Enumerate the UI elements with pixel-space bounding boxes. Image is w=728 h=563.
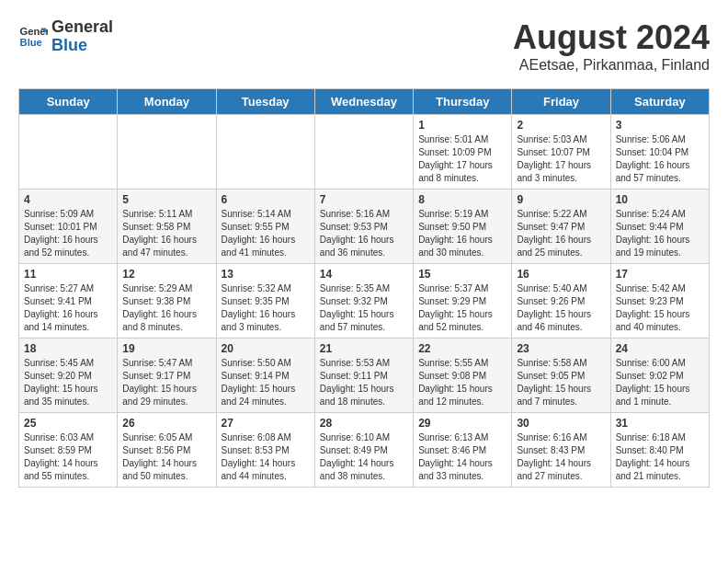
calendar-cell: 28Sunrise: 6:10 AMSunset: 8:49 PMDayligh… <box>314 413 413 488</box>
calendar-cell: 2Sunrise: 5:03 AMSunset: 10:07 PMDayligh… <box>512 115 610 190</box>
calendar-cell: 14Sunrise: 5:35 AMSunset: 9:32 PMDayligh… <box>314 264 413 339</box>
calendar-cell: 1Sunrise: 5:01 AMSunset: 10:09 PMDayligh… <box>414 115 512 190</box>
calendar-cell: 19Sunrise: 5:47 AMSunset: 9:17 PMDayligh… <box>118 339 216 413</box>
day-number: 16 <box>517 268 605 281</box>
day-number: 10 <box>616 193 704 206</box>
day-info: Sunrise: 5:53 AMSunset: 9:11 PMDaylight:… <box>320 357 408 408</box>
calendar-cell: 26Sunrise: 6:05 AMSunset: 8:56 PMDayligh… <box>118 413 216 488</box>
calendar-cell: 6Sunrise: 5:14 AMSunset: 9:55 PMDaylight… <box>216 190 314 264</box>
day-info: Sunrise: 5:24 AMSunset: 9:44 PMDaylight:… <box>616 208 704 259</box>
day-info: Sunrise: 5:19 AMSunset: 9:50 PMDaylight:… <box>418 208 506 259</box>
day-number: 23 <box>517 342 605 355</box>
calendar-cell: 10Sunrise: 5:24 AMSunset: 9:44 PMDayligh… <box>610 190 709 264</box>
calendar-cell: 8Sunrise: 5:19 AMSunset: 9:50 PMDaylight… <box>414 190 512 264</box>
calendar-body: 1Sunrise: 5:01 AMSunset: 10:09 PMDayligh… <box>19 115 710 488</box>
calendar-week-row: 18Sunrise: 5:45 AMSunset: 9:20 PMDayligh… <box>19 339 710 413</box>
calendar-cell: 12Sunrise: 5:29 AMSunset: 9:38 PMDayligh… <box>118 264 216 339</box>
calendar-cell <box>118 115 216 190</box>
weekday-header: Saturday <box>610 89 709 115</box>
day-info: Sunrise: 6:16 AMSunset: 8:43 PMDaylight:… <box>517 431 605 483</box>
calendar-cell: 5Sunrise: 5:11 AMSunset: 9:58 PMDaylight… <box>118 190 216 264</box>
calendar-week-row: 4Sunrise: 5:09 AMSunset: 10:01 PMDayligh… <box>19 190 710 264</box>
day-number: 27 <box>222 417 310 430</box>
day-info: Sunrise: 6:10 AMSunset: 8:49 PMDaylight:… <box>320 431 408 483</box>
day-info: Sunrise: 5:09 AMSunset: 10:01 PMDaylight… <box>24 208 112 259</box>
calendar-cell: 18Sunrise: 5:45 AMSunset: 9:20 PMDayligh… <box>19 339 118 413</box>
day-info: Sunrise: 6:05 AMSunset: 8:56 PMDaylight:… <box>122 431 210 483</box>
calendar-cell: 22Sunrise: 5:55 AMSunset: 9:08 PMDayligh… <box>414 339 512 413</box>
calendar-cell: 24Sunrise: 6:00 AMSunset: 9:02 PMDayligh… <box>610 339 709 413</box>
day-info: Sunrise: 6:00 AMSunset: 9:02 PMDaylight:… <box>616 357 704 408</box>
day-number: 14 <box>320 268 408 281</box>
day-number: 6 <box>222 193 310 206</box>
day-number: 4 <box>24 193 112 206</box>
day-number: 18 <box>24 342 112 355</box>
calendar-week-row: 25Sunrise: 6:03 AMSunset: 8:59 PMDayligh… <box>19 413 710 488</box>
day-number: 25 <box>24 417 112 430</box>
day-info: Sunrise: 6:13 AMSunset: 8:46 PMDaylight:… <box>418 431 506 483</box>
calendar-week-row: 11Sunrise: 5:27 AMSunset: 9:41 PMDayligh… <box>19 264 710 339</box>
calendar-cell: 20Sunrise: 5:50 AMSunset: 9:14 PMDayligh… <box>216 339 314 413</box>
logo-icon: General Blue <box>18 22 48 52</box>
day-info: Sunrise: 5:32 AMSunset: 9:35 PMDaylight:… <box>222 282 310 334</box>
day-number: 29 <box>418 417 506 430</box>
calendar-cell: 13Sunrise: 5:32 AMSunset: 9:35 PMDayligh… <box>216 264 314 339</box>
calendar-cell: 16Sunrise: 5:40 AMSunset: 9:26 PMDayligh… <box>512 264 610 339</box>
day-info: Sunrise: 5:37 AMSunset: 9:29 PMDaylight:… <box>418 282 506 334</box>
day-info: Sunrise: 5:16 AMSunset: 9:53 PMDaylight:… <box>320 208 408 259</box>
calendar-title: August 2024 <box>513 18 710 57</box>
day-number: 24 <box>616 342 704 355</box>
day-info: Sunrise: 5:27 AMSunset: 9:41 PMDaylight:… <box>24 282 112 334</box>
calendar-header: SundayMondayTuesdayWednesdayThursdayFrid… <box>19 89 710 115</box>
day-number: 30 <box>517 417 605 430</box>
svg-text:Blue: Blue <box>20 36 42 47</box>
day-number: 2 <box>517 119 605 132</box>
calendar-week-row: 1Sunrise: 5:01 AMSunset: 10:09 PMDayligh… <box>19 115 710 190</box>
calendar-cell: 31Sunrise: 6:18 AMSunset: 8:40 PMDayligh… <box>610 413 709 488</box>
logo: General Blue General Blue <box>18 18 113 55</box>
calendar-cell: 11Sunrise: 5:27 AMSunset: 9:41 PMDayligh… <box>19 264 118 339</box>
weekday-header: Friday <box>512 89 610 115</box>
day-number: 12 <box>122 268 210 281</box>
header-row: SundayMondayTuesdayWednesdayThursdayFrid… <box>19 89 710 115</box>
svg-text:General: General <box>20 26 48 37</box>
calendar-cell: 27Sunrise: 6:08 AMSunset: 8:53 PMDayligh… <box>216 413 314 488</box>
calendar-cell: 17Sunrise: 5:42 AMSunset: 9:23 PMDayligh… <box>610 264 709 339</box>
calendar-cell: 9Sunrise: 5:22 AMSunset: 9:47 PMDaylight… <box>512 190 610 264</box>
calendar-cell: 4Sunrise: 5:09 AMSunset: 10:01 PMDayligh… <box>19 190 118 264</box>
day-info: Sunrise: 5:45 AMSunset: 9:20 PMDaylight:… <box>24 357 112 408</box>
weekday-header: Monday <box>118 89 216 115</box>
day-info: Sunrise: 5:47 AMSunset: 9:17 PMDaylight:… <box>122 357 210 408</box>
calendar-subtitle: AEetsae, Pirkanmaa, Finland <box>513 57 710 74</box>
day-info: Sunrise: 6:18 AMSunset: 8:40 PMDaylight:… <box>616 431 704 483</box>
day-number: 13 <box>222 268 310 281</box>
calendar-cell: 3Sunrise: 5:06 AMSunset: 10:04 PMDayligh… <box>610 115 709 190</box>
weekday-header: Wednesday <box>314 89 413 115</box>
day-number: 8 <box>418 193 506 206</box>
day-number: 3 <box>616 119 704 132</box>
day-info: Sunrise: 5:06 AMSunset: 10:04 PMDaylight… <box>616 133 704 185</box>
day-info: Sunrise: 5:42 AMSunset: 9:23 PMDaylight:… <box>616 282 704 334</box>
day-number: 31 <box>616 417 704 430</box>
day-info: Sunrise: 5:35 AMSunset: 9:32 PMDaylight:… <box>320 282 408 334</box>
day-info: Sunrise: 5:11 AMSunset: 9:58 PMDaylight:… <box>122 208 210 259</box>
day-number: 11 <box>24 268 112 281</box>
day-info: Sunrise: 5:14 AMSunset: 9:55 PMDaylight:… <box>222 208 310 259</box>
day-info: Sunrise: 5:55 AMSunset: 9:08 PMDaylight:… <box>418 357 506 408</box>
title-section: August 2024 AEetsae, Pirkanmaa, Finland <box>513 18 710 74</box>
logo-text-blue: Blue <box>51 37 113 55</box>
day-number: 22 <box>418 342 506 355</box>
day-number: 1 <box>418 119 506 132</box>
calendar-cell <box>19 115 118 190</box>
day-number: 20 <box>222 342 310 355</box>
day-number: 28 <box>320 417 408 430</box>
calendar-cell: 29Sunrise: 6:13 AMSunset: 8:46 PMDayligh… <box>414 413 512 488</box>
day-number: 26 <box>122 417 210 430</box>
calendar-cell <box>314 115 413 190</box>
weekday-header: Thursday <box>414 89 512 115</box>
day-number: 15 <box>418 268 506 281</box>
calendar-cell: 25Sunrise: 6:03 AMSunset: 8:59 PMDayligh… <box>19 413 118 488</box>
calendar-cell: 30Sunrise: 6:16 AMSunset: 8:43 PMDayligh… <box>512 413 610 488</box>
day-info: Sunrise: 5:29 AMSunset: 9:38 PMDaylight:… <box>122 282 210 334</box>
calendar-cell <box>216 115 314 190</box>
